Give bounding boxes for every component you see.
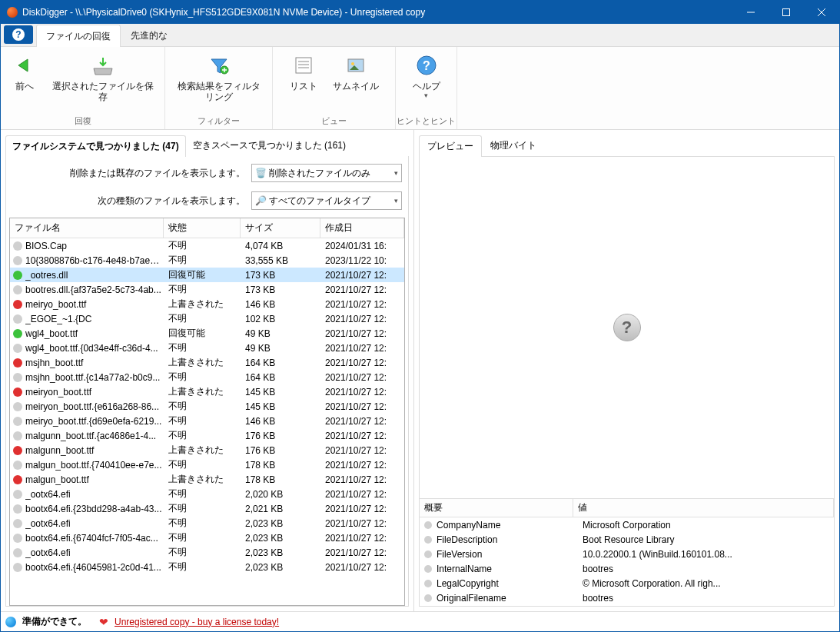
minimize-button[interactable]	[733, 1, 769, 24]
status-dot-icon	[13, 461, 22, 470]
file-row[interactable]: bootres.dll.{af37a5e2-5c73-4ab... 不明 173…	[10, 282, 404, 297]
type-filter-dropdown[interactable]: 🔎すべてのファイルタイプ ▾	[251, 191, 402, 210]
file-row[interactable]: malgun_boot.ttf.{740410ee-e7e... 不明 178 …	[10, 457, 404, 472]
preview-tabs: プレビュー 物理バイト	[419, 135, 835, 156]
cell-filename: _ootx64.efi	[25, 518, 165, 529]
tab-physical-bytes[interactable]: 物理バイト	[482, 135, 545, 156]
cell-size: 102 KB	[242, 314, 322, 324]
file-row[interactable]: malgunn_boot.ttf 上書きされた 176 KB 2021/10/2…	[10, 443, 404, 457]
filter-results-button[interactable]: 検索結果をフィルタリング	[165, 52, 272, 105]
maximize-button[interactable]	[769, 1, 804, 24]
file-row[interactable]: bootx64.efi.{46045981-2c0d-41... 不明 2,02…	[10, 560, 404, 574]
file-row[interactable]: wgl4_boot.ttf 回復可能 49 KB 2021/10/27 12:	[10, 326, 404, 341]
file-row[interactable]: _ootx64.efi 不明 2,023 KB 2021/10/27 12:	[10, 545, 404, 560]
col-filename[interactable]: ファイル名	[10, 218, 164, 238]
status-dot-icon	[13, 417, 22, 426]
cell-filename: bootx64.efi.{46045981-2c0d-41...	[25, 562, 165, 573]
file-row[interactable]: _ootx64.efi 不明 2,023 KB 2021/10/27 12:	[10, 516, 404, 531]
tab-found-filesystem[interactable]: ファイルシステムで見つかりました (47)	[5, 135, 186, 157]
file-row[interactable]: msjhn_boot.ttf 上書きされた 164 KB 2021/10/27 …	[10, 355, 404, 370]
property-row[interactable]: FileVersion 10.0.22000.1 (WinBuild.16010…	[420, 547, 834, 561]
cell-status: 上書きされた	[165, 356, 242, 369]
col-summary[interactable]: 概要	[420, 499, 573, 517]
file-row[interactable]: _ootx64.efi 不明 2,020 KB 2021/10/27 12:	[10, 487, 404, 501]
status-dot-icon	[13, 475, 22, 484]
property-row[interactable]: InternalName bootres	[420, 561, 834, 576]
cell-filename: wgl4_boot.ttf.{0d34e4ff-c36d-4...	[25, 343, 165, 354]
back-button[interactable]: 前へ	[5, 52, 45, 93]
tab-advanced[interactable]: 先進的な	[121, 24, 178, 46]
status-dot-icon	[13, 534, 22, 543]
status-dot-icon	[13, 300, 22, 309]
trash-icon: 🗑️	[255, 168, 266, 178]
cell-size: 2,023 KB	[242, 562, 322, 573]
help-button[interactable]: ? ヘルプ ▾	[405, 52, 448, 101]
col-size[interactable]: サイズ	[241, 218, 320, 238]
property-row[interactable]: LegalCopyright © Microsoft Corporation. …	[420, 576, 834, 590]
cell-status: 不明	[165, 546, 242, 559]
file-row[interactable]: meiryo_boot.ttf.{d69e0efa-6219... 不明 146…	[10, 414, 404, 428]
file-row[interactable]: _ootres.dll 回復可能 173 KB 2021/10/27 12:	[10, 268, 404, 282]
file-row[interactable]: _EGOE_~1.{DC 不明 102 KB 2021/10/27 12:	[10, 311, 404, 326]
file-row[interactable]: BIOS.Cap 不明 4,074 KB 2024/01/31 16:	[10, 238, 404, 253]
file-row[interactable]: bootx64.efi.{23bdd298-a4ab-43... 不明 2,02…	[10, 501, 404, 516]
cell-filename: meiryo_boot.ttf.{d69e0efa-6219...	[25, 416, 165, 427]
list-view-button[interactable]: リスト	[282, 52, 325, 93]
cell-date: 2021/10/27 12:	[322, 314, 404, 324]
property-grid[interactable]: 概要 値 CompanyName Microsoft Corporation F…	[420, 498, 834, 606]
property-dot-icon	[424, 565, 432, 573]
cell-date: 2024/01/31 16:	[322, 241, 404, 251]
cell-status: 不明	[165, 312, 242, 325]
cell-status: 上書きされた	[165, 385, 242, 398]
file-row[interactable]: meiryon_boot.ttf.{e616a268-86... 不明 145 …	[10, 399, 404, 414]
file-row[interactable]: bootx64.efi.{67404fcf-7f05-4ac... 不明 2,0…	[10, 531, 404, 545]
property-row[interactable]: FileDescription Boot Resource Library	[420, 532, 834, 547]
deleted-filter-dropdown[interactable]: 🗑️削除されたファイルのみ ▾	[251, 164, 402, 182]
tab-preview[interactable]: プレビュー	[419, 135, 482, 157]
status-ready-icon	[5, 617, 16, 627]
file-row[interactable]: malgunn_boot.ttf.{ac4686e1-4... 不明 176 K…	[10, 428, 404, 443]
cell-date: 2021/10/27 12:	[322, 504, 404, 514]
file-row[interactable]: meiryo_boot.ttf 上書きされた 146 KB 2021/10/27…	[10, 297, 404, 311]
file-list-header[interactable]: ファイル名 状態 サイズ 作成日	[10, 218, 404, 238]
cell-date: 2021/10/27 12:	[322, 372, 404, 383]
file-row[interactable]: meiryon_boot.ttf 上書きされた 145 KB 2021/10/2…	[10, 384, 404, 399]
property-row[interactable]: CompanyName Microsoft Corporation	[420, 517, 834, 532]
file-rows[interactable]: BIOS.Cap 不明 4,074 KB 2024/01/31 16: 10{3…	[10, 238, 404, 605]
save-selected-button[interactable]: 選択されたファイルを保 存	[45, 52, 161, 105]
ribbon-group-filter: フィルター	[198, 114, 240, 128]
col-status[interactable]: 状態	[164, 218, 241, 238]
cell-filename: meiryon_boot.ttf	[25, 387, 165, 397]
status-dot-icon	[13, 388, 22, 397]
file-row[interactable]: 10{3808876b-c176-4e48-b7ae-0... 不明 33,55…	[10, 253, 404, 268]
cell-filename: bootx64.efi.{67404fcf-7f05-4ac...	[25, 533, 165, 544]
col-value[interactable]: 値	[573, 499, 834, 517]
funnel-icon	[207, 53, 231, 78]
cell-filename: _EGOE_~1.{DC	[25, 314, 165, 324]
col-created[interactable]: 作成日	[320, 218, 404, 238]
file-row[interactable]: malgun_boot.ttf 上書きされた 178 KB 2021/10/27…	[10, 472, 404, 487]
heart-icon: ❤	[99, 616, 108, 628]
file-row[interactable]: msjhn_boot.ttf.{c14a77a2-b0c9... 不明 164 …	[10, 370, 404, 384]
cell-date: 2021/10/27 12:	[322, 460, 404, 471]
property-key: LegalCopyright	[437, 578, 578, 589]
app-help-icon[interactable]: ?	[4, 25, 33, 44]
cell-date: 2021/10/27 12:	[322, 270, 404, 281]
chevron-down-icon: ▾	[424, 91, 428, 99]
tab-found-freespace[interactable]: 空きスペースで見つかりました (161)	[186, 135, 353, 156]
status-dot-icon	[13, 344, 22, 353]
window-title: DiskDigger - \\.\PhysicalDrive0 (SKHynix…	[22, 7, 733, 18]
cell-size: 2,021 KB	[242, 504, 322, 514]
thumbnail-view-button[interactable]: サムネイル	[325, 52, 387, 93]
file-row[interactable]: wgl4_boot.ttf.{0d34e4ff-c36d-4... 不明 49 …	[10, 341, 404, 355]
cell-filename: wgl4_boot.ttf	[25, 328, 165, 339]
cell-filename: bootres.dll.{af37a5e2-5c73-4ab...	[25, 284, 165, 295]
close-button[interactable]	[804, 1, 839, 24]
unregistered-link[interactable]: Unregistered copy - buy a license today!	[115, 617, 279, 627]
preview-panel: ? 概要 値 CompanyName Microsoft Corporation…	[419, 156, 835, 607]
cell-date: 2021/10/27 12:	[322, 328, 404, 339]
tab-file-recovery[interactable]: ファイルの回復	[36, 25, 121, 47]
cell-filename: 10{3808876b-c176-4e48-b7ae-0...	[25, 255, 165, 266]
cell-date: 2021/10/27 12:	[322, 474, 404, 485]
property-row[interactable]: OriginalFilename bootres	[420, 590, 834, 605]
